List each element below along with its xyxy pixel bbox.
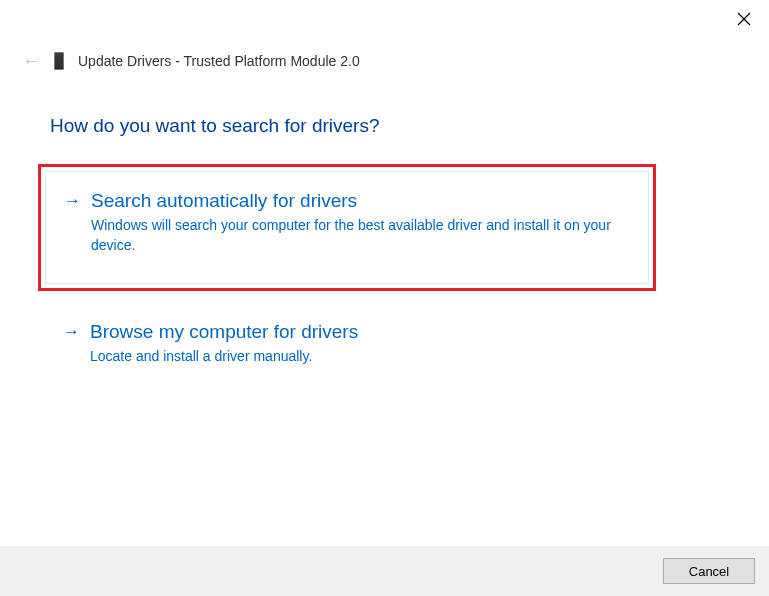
option-title: Browse my computer for drivers bbox=[90, 321, 358, 343]
option-browse-computer[interactable]: → Browse my computer for drivers Locate … bbox=[38, 307, 656, 385]
dialog-footer: Cancel bbox=[0, 546, 769, 596]
device-chip-icon bbox=[54, 52, 64, 70]
options-container: → Search automatically for drivers Windo… bbox=[38, 164, 656, 385]
dialog-header: ← Update Drivers - Trusted Platform Modu… bbox=[22, 52, 360, 70]
dialog-title: Update Drivers - Trusted Platform Module… bbox=[78, 53, 360, 69]
option-search-automatically[interactable]: → Search automatically for drivers Windo… bbox=[45, 171, 649, 284]
arrow-right-icon: → bbox=[64, 190, 81, 212]
back-arrow-icon: ← bbox=[22, 52, 40, 70]
option-description: Windows will search your computer for th… bbox=[91, 216, 630, 255]
arrow-right-icon: → bbox=[63, 321, 80, 343]
highlight-box: → Search automatically for drivers Windo… bbox=[38, 164, 656, 291]
close-button[interactable] bbox=[737, 12, 751, 29]
page-heading: How do you want to search for drivers? bbox=[50, 115, 380, 137]
option-title: Search automatically for drivers bbox=[91, 190, 630, 212]
cancel-button[interactable]: Cancel bbox=[663, 558, 755, 584]
option-description: Locate and install a driver manually. bbox=[90, 347, 358, 367]
